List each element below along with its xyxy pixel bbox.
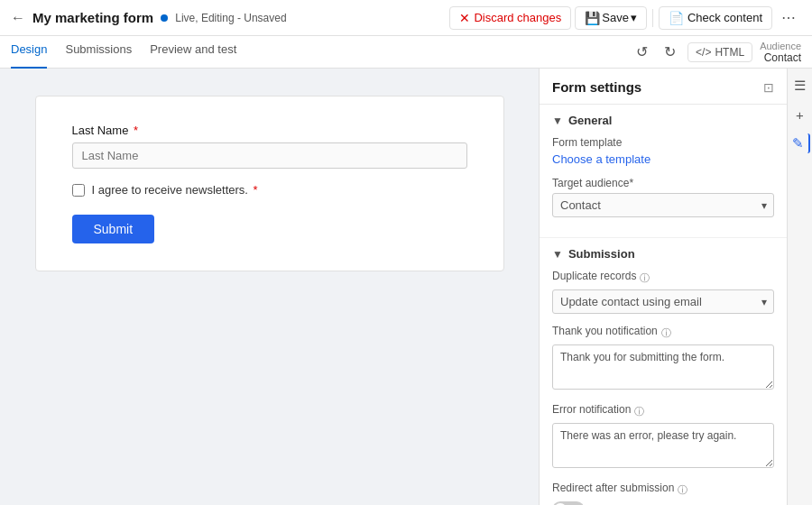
checkbox-required-star: * xyxy=(254,183,258,197)
subnav-left: Design Submissions Preview and test xyxy=(11,36,614,69)
sidebar-pencil-icon-btn[interactable]: ✎ xyxy=(790,133,810,153)
back-button[interactable]: ← xyxy=(11,10,25,26)
duplicate-records-select[interactable]: Update contact using email Create new re… xyxy=(552,289,774,314)
html-label: HTML xyxy=(715,46,744,59)
audience-selector[interactable]: Audience Contact xyxy=(760,41,801,64)
page-title: My marketing form xyxy=(32,10,153,25)
redirect-label: Redirect after submission xyxy=(552,482,674,494)
general-chevron-icon: ▼ xyxy=(552,115,563,127)
duplicate-records-label-row: Duplicate records ⓘ xyxy=(552,270,774,286)
canvas: Last Name * I agree to receive newslette… xyxy=(0,69,539,505)
separator xyxy=(652,9,653,27)
form-template-field: Form template Choose a template xyxy=(552,136,774,166)
target-audience-label: Target audience* xyxy=(552,177,774,189)
submission-chevron-icon: ▼ xyxy=(552,248,563,261)
discard-icon: ✕ xyxy=(459,11,470,25)
list-icon: ☰ xyxy=(794,78,806,94)
submission-section-header[interactable]: ▼ Submission xyxy=(552,247,774,261)
duplicate-records-label: Duplicate records xyxy=(552,270,636,282)
discard-button[interactable]: ✕ Discard changes xyxy=(449,6,571,30)
last-name-input[interactable] xyxy=(72,142,467,169)
toggle-slider xyxy=(552,501,585,505)
topbar: ← My marketing form Live, Editing - Unsa… xyxy=(0,0,812,36)
redo-button[interactable]: ↻ xyxy=(660,41,680,63)
error-info-icon: ⓘ xyxy=(634,405,644,418)
right-icon-sidebar: ☰ + ✎ xyxy=(787,69,812,505)
status-text: Live, Editing - Unsaved xyxy=(175,12,286,24)
general-section-title: General xyxy=(568,114,612,127)
error-label-row: Error notification ⓘ xyxy=(552,403,774,419)
save-dropdown-icon: ▾ xyxy=(631,11,637,24)
redirect-toggle[interactable] xyxy=(552,501,585,505)
save-button[interactable]: 💾 Save ▾ xyxy=(575,6,647,30)
required-star: * xyxy=(134,124,138,137)
redirect-info-icon: ⓘ xyxy=(678,483,687,497)
target-audience-field: Target audience* Contact Lead Account xyxy=(552,177,774,217)
audience-value: Contact xyxy=(764,51,801,64)
sidebar-list-icon-btn[interactable]: ☰ xyxy=(790,76,810,96)
html-button[interactable]: </> HTML xyxy=(687,42,752,62)
check-content-button[interactable]: 📄 Check content xyxy=(659,6,772,30)
target-audience-select[interactable]: Contact Lead Account xyxy=(552,193,774,217)
panel-title: Form settings xyxy=(552,79,641,95)
thank-you-label: Thank you notification xyxy=(552,325,658,337)
form-template-label: Form template xyxy=(552,136,774,149)
redirect-toggle-row: Off xyxy=(552,501,774,505)
duplicate-records-field: Duplicate records ⓘ Update contact using… xyxy=(552,270,774,314)
error-textarea[interactable]: There was an error, please try again. xyxy=(552,423,774,468)
status-dot xyxy=(161,14,168,22)
audience-label: Audience xyxy=(760,41,801,51)
target-audience-select-wrapper: Contact Lead Account xyxy=(552,193,774,217)
duplicate-records-select-wrapper: Update contact using email Create new re… xyxy=(552,289,774,314)
submission-section-title: Submission xyxy=(568,247,635,261)
submit-button[interactable]: Submit xyxy=(72,215,155,243)
form-card: Last Name * I agree to receive newslette… xyxy=(35,96,504,271)
sidebar-plus-icon-btn[interactable]: + xyxy=(790,105,810,124)
newsletter-checkbox-row: I agree to receive newsletters. * xyxy=(72,183,467,197)
tab-preview[interactable]: Preview and test xyxy=(150,36,236,69)
thank-you-textarea[interactable]: Thank you for submitting the form. xyxy=(552,344,774,390)
last-name-label: Last Name * xyxy=(72,124,467,137)
choose-template-link[interactable]: Choose a template xyxy=(552,152,651,166)
last-name-field-group: Last Name * xyxy=(72,124,467,169)
topbar-left: ← My marketing form Live, Editing - Unsa… xyxy=(11,10,440,26)
error-label: Error notification xyxy=(552,403,631,416)
check-content-label: Check content xyxy=(687,11,762,24)
panel-header: Form settings ⊡ xyxy=(540,69,787,105)
error-notification-field: Error notification ⓘ There was an error,… xyxy=(552,403,774,471)
subnav-right: ↺ ↻ </> HTML Audience Contact xyxy=(632,41,801,64)
redirect-field: Redirect after submission ⓘ Off xyxy=(552,482,774,505)
topbar-right: ✕ Discard changes 💾 Save ▾ 📄 Check conte… xyxy=(449,5,801,30)
submission-section: ▼ Submission Duplicate records ⓘ Update … xyxy=(540,238,787,505)
plus-icon: + xyxy=(796,107,804,123)
save-label: Save xyxy=(602,11,629,24)
newsletter-checkbox[interactable] xyxy=(72,184,85,197)
duplicate-records-info-icon: ⓘ xyxy=(640,271,650,285)
redirect-label-row: Redirect after submission ⓘ xyxy=(552,482,774,498)
general-section-header[interactable]: ▼ General xyxy=(552,114,774,127)
pencil-icon: ✎ xyxy=(792,135,804,152)
subnav: Design Submissions Preview and test ↺ ↻ … xyxy=(0,36,812,69)
thank-you-field: Thank you notification ⓘ Thank you for s… xyxy=(552,325,774,392)
check-icon: 📄 xyxy=(669,11,684,25)
discard-label: Discard changes xyxy=(474,11,561,24)
right-panel: Form settings ⊡ ▼ General Form template … xyxy=(539,69,787,505)
thank-you-info-icon: ⓘ xyxy=(661,326,671,340)
newsletter-label: I agree to receive newsletters. * xyxy=(92,183,258,197)
thank-you-label-row: Thank you notification ⓘ xyxy=(552,325,774,341)
panel-collapse-icon[interactable]: ⊡ xyxy=(763,80,774,95)
html-icon: </> xyxy=(696,46,711,59)
save-icon: 💾 xyxy=(585,11,600,25)
main-layout: Last Name * I agree to receive newslette… xyxy=(0,69,812,505)
general-section: ▼ General Form template Choose a templat… xyxy=(540,105,787,238)
tab-design[interactable]: Design xyxy=(11,36,47,69)
undo-button[interactable]: ↺ xyxy=(632,41,652,63)
more-button[interactable]: ⋯ xyxy=(776,5,801,30)
tab-submissions[interactable]: Submissions xyxy=(65,36,132,69)
